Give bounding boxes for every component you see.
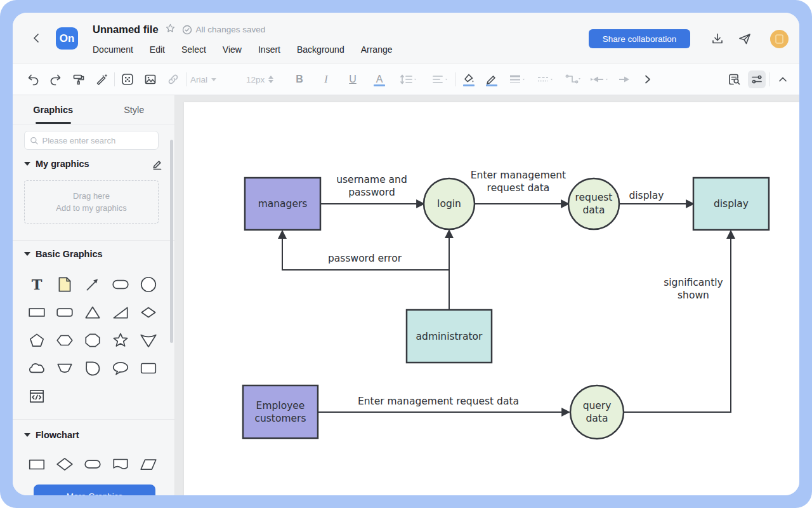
shape-rectangle[interactable] [25, 301, 48, 324]
flowchart-header[interactable]: Flowchart [24, 430, 79, 440]
canvas-page[interactable]: managersloginrequestdatadisplayadministr… [184, 102, 799, 495]
shape-arrow[interactable] [81, 273, 104, 296]
menu-insert[interactable]: Insert [258, 44, 280, 55]
align-button[interactable] [429, 70, 452, 88]
download-icon[interactable] [710, 32, 724, 46]
node-display[interactable]: display [693, 178, 769, 230]
node-query-data[interactable]: querydata [570, 385, 624, 439]
shape-process[interactable] [25, 453, 48, 476]
node-administrator[interactable]: administrator [407, 310, 492, 363]
connector-type-button[interactable] [561, 70, 584, 88]
edge-query-data-display[interactable] [624, 231, 731, 412]
pattern-fill-icon[interactable] [119, 70, 136, 88]
shape-callout[interactable] [109, 357, 132, 380]
node-request-data[interactable]: requestdata [568, 178, 619, 229]
screenshot: On Unnamed file All changes saved Docume… [0, 0, 812, 508]
edge-label[interactable]: display [629, 190, 664, 201]
shape-cloud[interactable] [25, 357, 48, 380]
shape-cone[interactable] [137, 329, 160, 352]
svg-text:data: data [586, 413, 608, 424]
sidebar-scrollbar[interactable] [170, 140, 173, 343]
back-button[interactable] [29, 30, 44, 46]
shape-document[interactable] [109, 453, 132, 476]
shape-parallelogram[interactable] [137, 453, 160, 476]
shape-hexagon[interactable] [53, 329, 76, 352]
undo-icon[interactable] [24, 70, 42, 88]
menu-arrange[interactable]: Arrange [361, 44, 393, 55]
collapse-caret-icon [24, 252, 30, 256]
node-managers[interactable]: managers [245, 178, 320, 230]
font-color-button[interactable]: A [370, 70, 388, 88]
shape-rounded-rectangle[interactable] [53, 301, 76, 324]
shape-octagon[interactable] [81, 329, 104, 352]
my-graphics-header[interactable]: My graphics [24, 159, 89, 169]
svg-text:request: request [575, 192, 613, 203]
edit-my-graphics-icon[interactable] [152, 159, 163, 173]
shape-stadium[interactable] [109, 273, 132, 296]
share-collaboration-button[interactable]: Share collaboration [589, 29, 690, 48]
properties-panel-toggle[interactable] [748, 70, 766, 88]
basic-graphics-header[interactable]: Basic Graphics [24, 249, 103, 259]
shape-pentagon[interactable] [25, 329, 48, 352]
shape-frame[interactable] [137, 357, 160, 380]
shape-triangle[interactable] [81, 301, 104, 324]
collapse-toolbar-icon[interactable] [774, 70, 792, 88]
image-icon[interactable] [141, 70, 159, 88]
more-tools-chevron-icon[interactable] [639, 70, 657, 88]
shape-code-block[interactable] [25, 385, 48, 408]
edge-label[interactable]: significantlyshown [664, 277, 723, 301]
bold-button[interactable]: B [291, 70, 308, 88]
edge-label[interactable]: Enter management request data [358, 396, 519, 407]
node-employee-customers[interactable]: Employeecustomers [243, 385, 318, 438]
underline-button[interactable]: U [344, 70, 362, 88]
send-icon[interactable] [738, 32, 752, 46]
app-logo[interactable]: On [56, 27, 78, 50]
menu-background[interactable]: Background [297, 44, 344, 55]
more-graphics-button[interactable]: More Graphics [34, 485, 155, 495]
arrow-start-button[interactable] [589, 70, 611, 88]
search-icon [30, 136, 39, 145]
fill-color-button[interactable] [460, 70, 478, 88]
font-family-select[interactable]: Arial [190, 75, 237, 84]
arrow-end-button[interactable] [616, 70, 634, 88]
tab-style[interactable]: Style [94, 95, 175, 124]
redo-icon[interactable] [47, 70, 65, 88]
shape-terminator[interactable] [81, 453, 104, 476]
find-replace-icon[interactable] [725, 70, 743, 88]
shape-manual-operation[interactable] [53, 357, 76, 380]
menu-document[interactable]: Document [93, 44, 133, 55]
shape-text[interactable]: T [25, 273, 48, 296]
tab-graphics[interactable]: Graphics [13, 95, 94, 124]
shape-diamond[interactable] [137, 301, 160, 324]
line-width-button[interactable] [506, 70, 528, 88]
edge-label[interactable]: Enter managementrequest data [471, 170, 566, 194]
shape-teardrop[interactable] [81, 357, 104, 380]
node-login[interactable]: login [424, 178, 475, 229]
menu-view[interactable]: View [223, 44, 242, 55]
svg-text:managers: managers [258, 198, 308, 210]
edge-label[interactable]: password error [328, 253, 402, 264]
diagram-svg[interactable]: managersloginrequestdatadisplayadministr… [184, 102, 799, 495]
avatar[interactable] [770, 30, 789, 48]
menu-select[interactable]: Select [181, 44, 206, 55]
magic-wand-icon[interactable] [93, 70, 110, 88]
shape-circle[interactable] [137, 273, 160, 296]
menu-edit[interactable]: Edit [150, 44, 165, 55]
shape-star[interactable] [109, 329, 132, 352]
shape-note[interactable] [53, 273, 76, 296]
my-graphics-dropzone[interactable]: Drag here Add to my graphics [24, 180, 159, 224]
search-input[interactable] [43, 136, 154, 145]
format-painter-icon[interactable] [70, 70, 88, 88]
favorite-star-icon[interactable] [165, 23, 176, 36]
search-box[interactable] [24, 131, 159, 150]
shape-decision[interactable] [53, 453, 76, 476]
stroke-color-button[interactable] [483, 70, 501, 88]
link-icon[interactable] [164, 70, 182, 88]
line-style-button[interactable] [534, 70, 556, 88]
italic-button[interactable]: I [317, 70, 335, 88]
edge-label[interactable]: username andpassword [336, 174, 407, 198]
document-title[interactable]: Unnamed file [93, 23, 159, 36]
font-size-stepper[interactable]: 12px [246, 75, 282, 84]
line-spacing-button[interactable] [397, 70, 420, 88]
shape-right-triangle[interactable] [109, 301, 132, 324]
